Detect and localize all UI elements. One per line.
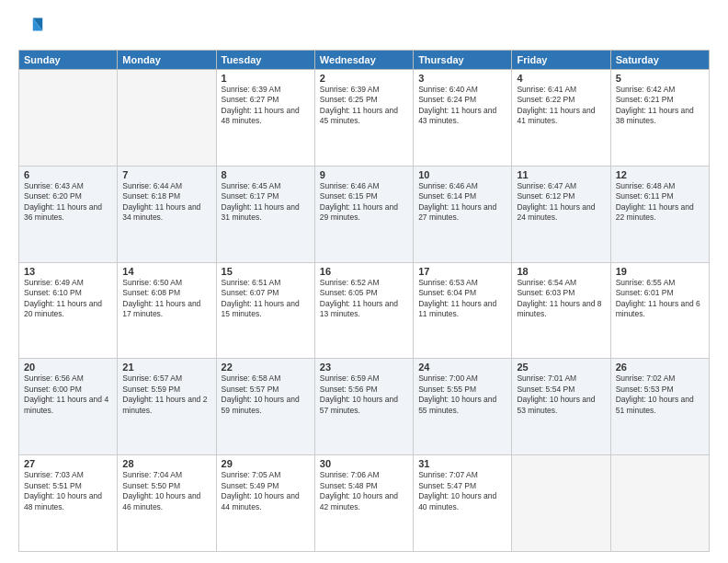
calendar-cell: 29Sunrise: 7:05 AM Sunset: 5:49 PM Dayli… (216, 455, 314, 552)
day-number: 9 (320, 169, 408, 180)
day-info: Sunrise: 6:44 AM Sunset: 6:18 PM Dayligh… (122, 181, 210, 224)
page: SundayMondayTuesdayWednesdayThursdayFrid… (0, 0, 728, 563)
day-number: 7 (122, 169, 210, 180)
calendar-cell: 26Sunrise: 7:02 AM Sunset: 5:53 PM Dayli… (610, 359, 709, 455)
calendar-week: 6Sunrise: 6:43 AM Sunset: 6:20 PM Daylig… (19, 166, 710, 262)
day-info: Sunrise: 7:02 AM Sunset: 5:53 PM Dayligh… (616, 373, 704, 416)
day-number: 25 (517, 362, 605, 373)
day-number: 11 (517, 169, 605, 180)
day-info: Sunrise: 6:50 AM Sunset: 6:08 PM Dayligh… (122, 278, 210, 320)
day-number: 10 (418, 169, 506, 180)
calendar-header: SundayMondayTuesdayWednesdayThursdayFrid… (19, 51, 710, 70)
day-info: Sunrise: 6:56 AM Sunset: 6:00 PM Dayligh… (24, 373, 112, 416)
day-info: Sunrise: 7:07 AM Sunset: 5:47 PM Dayligh… (418, 470, 506, 512)
calendar-week: 1Sunrise: 6:39 AM Sunset: 6:27 PM Daylig… (19, 70, 710, 167)
calendar-cell: 28Sunrise: 7:04 AM Sunset: 5:50 PM Dayli… (118, 455, 216, 552)
day-number: 27 (24, 458, 112, 469)
logo (18, 15, 48, 40)
day-info: Sunrise: 6:47 AM Sunset: 6:12 PM Dayligh… (517, 181, 605, 224)
day-number: 2 (320, 73, 408, 84)
calendar-cell: 27Sunrise: 7:03 AM Sunset: 5:51 PM Dayli… (19, 455, 118, 552)
calendar-cell (118, 70, 216, 167)
calendar-cell: 14Sunrise: 6:50 AM Sunset: 6:08 PM Dayli… (118, 262, 216, 359)
day-info: Sunrise: 6:52 AM Sunset: 6:05 PM Dayligh… (320, 278, 408, 320)
calendar-cell: 20Sunrise: 6:56 AM Sunset: 6:00 PM Dayli… (19, 359, 118, 455)
calendar-cell (19, 70, 118, 167)
day-number: 4 (517, 73, 605, 84)
day-header: Monday (118, 51, 216, 70)
calendar-cell: 13Sunrise: 6:49 AM Sunset: 6:10 PM Dayli… (19, 262, 118, 359)
calendar-cell: 7Sunrise: 6:44 AM Sunset: 6:18 PM Daylig… (118, 166, 216, 262)
day-number: 12 (616, 169, 704, 180)
logo-icon (18, 15, 44, 40)
day-info: Sunrise: 6:49 AM Sunset: 6:10 PM Dayligh… (24, 278, 112, 320)
day-number: 3 (418, 73, 506, 84)
day-info: Sunrise: 6:46 AM Sunset: 6:14 PM Dayligh… (418, 181, 506, 224)
day-info: Sunrise: 6:45 AM Sunset: 6:17 PM Dayligh… (222, 181, 310, 224)
day-info: Sunrise: 6:41 AM Sunset: 6:22 PM Dayligh… (517, 85, 605, 127)
day-header: Sunday (19, 51, 118, 70)
day-info: Sunrise: 6:57 AM Sunset: 5:59 PM Dayligh… (122, 373, 210, 416)
day-number: 5 (616, 73, 704, 84)
day-header: Tuesday (216, 51, 314, 70)
day-number: 1 (222, 73, 310, 84)
calendar-cell: 10Sunrise: 6:46 AM Sunset: 6:14 PM Dayli… (414, 166, 512, 262)
calendar-cell: 11Sunrise: 6:47 AM Sunset: 6:12 PM Dayli… (512, 166, 610, 262)
calendar-cell: 4Sunrise: 6:41 AM Sunset: 6:22 PM Daylig… (512, 70, 610, 167)
calendar-cell (512, 455, 610, 552)
calendar-cell: 8Sunrise: 6:45 AM Sunset: 6:17 PM Daylig… (216, 166, 314, 262)
calendar-cell: 9Sunrise: 6:46 AM Sunset: 6:15 PM Daylig… (314, 166, 413, 262)
calendar-cell: 2Sunrise: 6:39 AM Sunset: 6:25 PM Daylig… (314, 70, 413, 167)
header-row: SundayMondayTuesdayWednesdayThursdayFrid… (19, 51, 710, 70)
day-number: 19 (616, 266, 704, 277)
day-number: 6 (24, 169, 112, 180)
day-number: 30 (320, 458, 408, 469)
day-info: Sunrise: 6:39 AM Sunset: 6:25 PM Dayligh… (320, 85, 408, 127)
day-number: 17 (418, 266, 506, 277)
day-info: Sunrise: 7:01 AM Sunset: 5:54 PM Dayligh… (517, 373, 605, 416)
day-info: Sunrise: 6:40 AM Sunset: 6:24 PM Dayligh… (418, 85, 506, 127)
day-number: 15 (222, 266, 310, 277)
day-info: Sunrise: 6:58 AM Sunset: 5:57 PM Dayligh… (222, 373, 310, 416)
day-info: Sunrise: 6:42 AM Sunset: 6:21 PM Dayligh… (616, 85, 704, 127)
day-number: 23 (320, 362, 408, 373)
day-number: 8 (222, 169, 310, 180)
day-number: 28 (122, 458, 210, 469)
day-info: Sunrise: 6:46 AM Sunset: 6:15 PM Dayligh… (320, 181, 408, 224)
day-info: Sunrise: 6:43 AM Sunset: 6:20 PM Dayligh… (24, 181, 112, 224)
day-number: 24 (418, 362, 506, 373)
day-number: 22 (222, 362, 310, 373)
day-info: Sunrise: 6:51 AM Sunset: 6:07 PM Dayligh… (222, 278, 310, 320)
day-info: Sunrise: 6:54 AM Sunset: 6:03 PM Dayligh… (517, 278, 605, 320)
day-header: Saturday (610, 51, 709, 70)
day-header: Thursday (414, 51, 512, 70)
calendar-cell: 25Sunrise: 7:01 AM Sunset: 5:54 PM Dayli… (512, 359, 610, 455)
day-info: Sunrise: 7:04 AM Sunset: 5:50 PM Dayligh… (122, 470, 210, 512)
calendar-cell: 12Sunrise: 6:48 AM Sunset: 6:11 PM Dayli… (610, 166, 709, 262)
calendar-cell: 31Sunrise: 7:07 AM Sunset: 5:47 PM Dayli… (414, 455, 512, 552)
day-number: 18 (517, 266, 605, 277)
day-number: 26 (616, 362, 704, 373)
calendar-cell: 21Sunrise: 6:57 AM Sunset: 5:59 PM Dayli… (118, 359, 216, 455)
calendar-cell: 24Sunrise: 7:00 AM Sunset: 5:55 PM Dayli… (414, 359, 512, 455)
day-header: Wednesday (314, 51, 413, 70)
calendar-cell: 5Sunrise: 6:42 AM Sunset: 6:21 PM Daylig… (610, 70, 709, 167)
calendar-week: 13Sunrise: 6:49 AM Sunset: 6:10 PM Dayli… (19, 262, 710, 359)
calendar-cell: 30Sunrise: 7:06 AM Sunset: 5:48 PM Dayli… (314, 455, 413, 552)
calendar-cell: 17Sunrise: 6:53 AM Sunset: 6:04 PM Dayli… (414, 262, 512, 359)
day-number: 20 (24, 362, 112, 373)
day-info: Sunrise: 7:00 AM Sunset: 5:55 PM Dayligh… (418, 373, 506, 416)
calendar-cell: 19Sunrise: 6:55 AM Sunset: 6:01 PM Dayli… (610, 262, 709, 359)
day-header: Friday (512, 51, 610, 70)
calendar-week: 20Sunrise: 6:56 AM Sunset: 6:00 PM Dayli… (19, 359, 710, 455)
day-number: 31 (418, 458, 506, 469)
calendar-cell: 6Sunrise: 6:43 AM Sunset: 6:20 PM Daylig… (19, 166, 118, 262)
day-number: 13 (24, 266, 112, 277)
day-info: Sunrise: 6:53 AM Sunset: 6:04 PM Dayligh… (418, 278, 506, 320)
calendar: SundayMondayTuesdayWednesdayThursdayFrid… (18, 50, 710, 552)
calendar-body: 1Sunrise: 6:39 AM Sunset: 6:27 PM Daylig… (19, 70, 710, 552)
calendar-cell: 16Sunrise: 6:52 AM Sunset: 6:05 PM Dayli… (314, 262, 413, 359)
calendar-cell (610, 455, 709, 552)
calendar-cell: 18Sunrise: 6:54 AM Sunset: 6:03 PM Dayli… (512, 262, 610, 359)
calendar-cell: 22Sunrise: 6:58 AM Sunset: 5:57 PM Dayli… (216, 359, 314, 455)
